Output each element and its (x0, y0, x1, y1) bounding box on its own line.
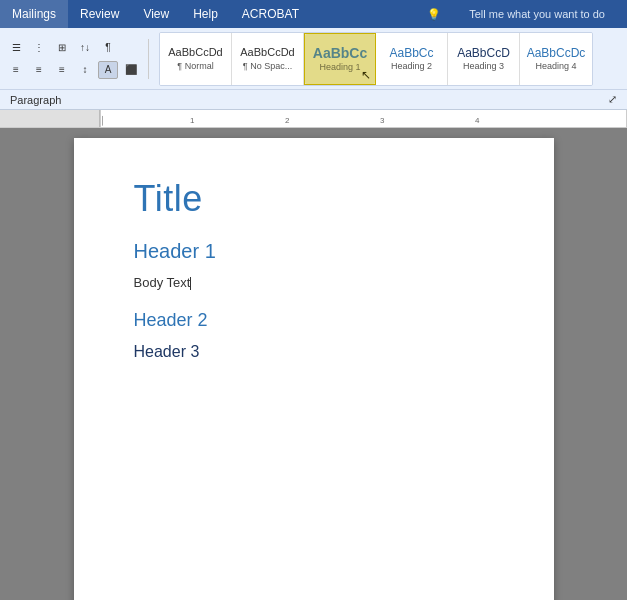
search-label: Tell me what you want to do (457, 8, 617, 20)
style-heading2[interactable]: AaBbCc Heading 2 (376, 33, 448, 85)
style-heading3-label: Heading 3 (463, 61, 504, 71)
multilevel-list-btn[interactable]: ⊞ (52, 39, 72, 57)
style-heading4[interactable]: AaBbCcDc Heading 4 (520, 33, 592, 85)
menu-view[interactable]: View (131, 0, 181, 28)
align-center-btn[interactable]: ≡ (29, 61, 49, 79)
ruler: │ 1 2 3 4 (0, 110, 627, 128)
line-spacing-btn[interactable]: ↕ (75, 61, 95, 79)
align-right-btn[interactable]: ≡ (52, 61, 72, 79)
document-page: Title Header 1 Body Text Header 2 Header… (74, 138, 554, 600)
show-formatting-btn[interactable]: ¶ (98, 39, 118, 57)
style-heading3[interactable]: AaBbCcD Heading 3 (448, 33, 520, 85)
style-normal-preview: AaBbCcDd (168, 46, 222, 59)
style-heading1-label: Heading 1 (319, 62, 360, 72)
menu-mailings[interactable]: Mailings (0, 0, 68, 28)
menu-acrobat[interactable]: ACROBAT (230, 0, 311, 28)
document-title: Title (134, 178, 494, 220)
menu-review[interactable]: Review (68, 0, 131, 28)
style-no-spacing-preview: AaBbCcDd (240, 46, 294, 59)
style-heading1[interactable]: AaBbCc Heading 1 ↖ (304, 33, 376, 85)
style-heading4-label: Heading 4 (535, 61, 576, 71)
style-normal[interactable]: AaBbCcDd ¶ Normal (160, 33, 232, 85)
text-cursor (190, 277, 191, 290)
menu-bar: Mailings Review View Help ACROBAT 💡 Tell… (0, 0, 627, 28)
sort-btn[interactable]: ↑↓ (75, 39, 95, 57)
style-heading3-preview: AaBbCcD (457, 46, 510, 60)
lightbulb-icon: 💡 (415, 8, 453, 21)
styles-gallery: AaBbCcDd ¶ Normal AaBbCcDd ¶ No Spac... … (159, 32, 593, 86)
borders-btn[interactable]: ⬛ (121, 61, 141, 79)
ribbon: ☰ ⋮ ⊞ ↑↓ ¶ ≡ ≡ ≡ ↕ A ⬛ AaBbCcDd ¶ Normal (0, 28, 627, 90)
paragraph-label: Paragraph (10, 94, 61, 106)
style-no-spacing[interactable]: AaBbCcDd ¶ No Spac... (232, 33, 304, 85)
style-heading2-preview: AaBbCc (389, 46, 433, 60)
align-left-btn[interactable]: ≡ (6, 61, 26, 79)
style-no-spacing-label: ¶ No Spac... (243, 61, 292, 71)
document-header1: Header 1 (134, 240, 494, 263)
shading-btn[interactable]: A (98, 61, 118, 79)
document-body: Body Text (134, 275, 494, 290)
cursor-indicator: ↖ (361, 68, 371, 82)
document-header2: Header 2 (134, 310, 494, 331)
search-area[interactable]: 💡 Tell me what you want to do (415, 8, 627, 21)
paragraph-bar: Paragraph ⤢ (0, 90, 627, 110)
menu-help[interactable]: Help (181, 0, 230, 28)
paragraph-tools: ☰ ⋮ ⊞ ↑↓ ¶ ≡ ≡ ≡ ↕ A ⬛ (6, 39, 153, 79)
list-number-btn[interactable]: ⋮ (29, 39, 49, 57)
document-header3: Header 3 (134, 343, 494, 361)
style-heading2-label: Heading 2 (391, 61, 432, 71)
paragraph-expand-icon[interactable]: ⤢ (608, 93, 617, 106)
style-normal-label: ¶ Normal (177, 61, 213, 71)
style-heading4-preview: AaBbCcDc (527, 46, 586, 60)
list-bullet-btn[interactable]: ☰ (6, 39, 26, 57)
styles-list: AaBbCcDd ¶ Normal AaBbCcDd ¶ No Spac... … (159, 32, 593, 86)
document-area[interactable]: Title Header 1 Body Text Header 2 Header… (0, 128, 627, 600)
style-heading1-preview: AaBbCc (313, 45, 367, 62)
